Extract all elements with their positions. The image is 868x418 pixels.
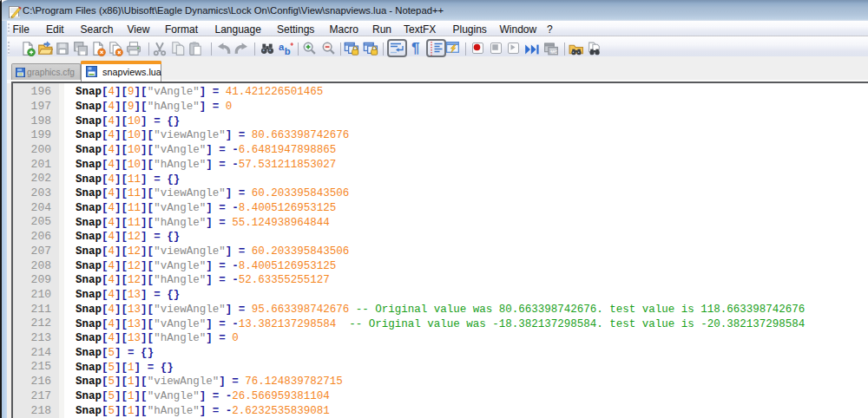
svg-text:MC: MC (550, 50, 557, 55)
svg-text:b: b (285, 46, 291, 56)
